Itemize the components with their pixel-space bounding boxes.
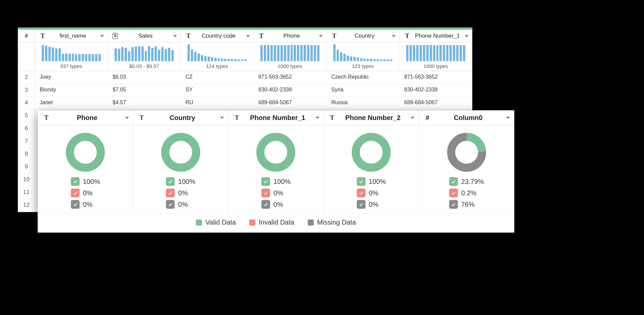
table-row[interactable]: 4Janet$4.57RU689-684-5067Russia689-684-5…	[18, 97, 472, 110]
table-cell[interactable]: 689-684-5067	[254, 97, 327, 109]
quality-legend: Valid Data Invalid Data Missing Data	[38, 213, 514, 232]
chevron-down-icon[interactable]	[173, 35, 177, 37]
chevron-down-icon[interactable]	[220, 117, 224, 119]
column-summary-cell: $0.03 - $9.97	[108, 42, 181, 71]
mini-bar	[145, 51, 147, 61]
mini-bar	[128, 51, 130, 61]
table-cell[interactable]: 971-563-3652	[399, 71, 472, 84]
column-header-label: Country code	[194, 33, 243, 39]
mini-bar	[121, 47, 124, 61]
mini-bar	[307, 45, 309, 61]
dollar-type-icon: S	[113, 33, 118, 39]
mini-bar	[360, 58, 362, 61]
mini-bar	[406, 45, 409, 61]
table-cell[interactable]: $7.05	[108, 84, 181, 96]
row-number: 3	[18, 84, 35, 96]
mini-bar	[300, 45, 303, 61]
table-cell[interactable]: Syria	[327, 84, 399, 96]
mini-bar	[155, 46, 157, 61]
table-row[interactable]: 2Joey$6.03CZ971-563-3652Czech Republic97…	[18, 71, 472, 84]
row-number: 11	[18, 186, 35, 199]
stat-invalid: 0%	[261, 189, 283, 197]
mini-bar	[72, 53, 74, 61]
chevron-down-icon[interactable]	[506, 117, 510, 119]
check-icon	[261, 189, 270, 197]
mini-bar	[65, 53, 68, 61]
table-cell[interactable]: Czech Republic	[327, 71, 399, 84]
stat-valid: 100%	[261, 177, 291, 186]
mini-bar	[350, 56, 352, 61]
table-cell[interactable]: Janet	[35, 97, 108, 109]
stat-missing-value: 0%	[369, 201, 379, 208]
chevron-down-icon[interactable]	[246, 35, 250, 37]
table-cell[interactable]: 689-684-5067	[399, 97, 472, 109]
mini-bar	[433, 45, 435, 61]
mini-bar	[357, 57, 359, 61]
column-header[interactable]: TPhone	[254, 30, 327, 42]
mini-bar	[267, 45, 269, 61]
column-header[interactable]: TCountry code	[181, 30, 254, 42]
column-header[interactable]: SSales	[108, 30, 181, 42]
check-icon	[449, 189, 458, 197]
stat-valid: 23.79%	[449, 177, 484, 186]
quality-chart-cell: 100% 0% 0%	[324, 125, 419, 213]
quality-column-header[interactable]: #Column0	[419, 111, 514, 125]
mini-bar	[430, 45, 432, 61]
mini-bar	[291, 45, 293, 61]
table-cell[interactable]: 830-402-2338	[254, 84, 327, 96]
table-cell[interactable]: Joey	[35, 71, 108, 84]
chevron-down-icon[interactable]	[319, 35, 323, 37]
donut-chart	[351, 132, 391, 172]
table-row[interactable]: 3Blondy$7.05SY830-402-2338Syria830-402-2…	[18, 84, 472, 97]
check-icon	[357, 177, 366, 186]
table-cell[interactable]: $4.57	[108, 97, 181, 109]
mini-bar-chart	[256, 45, 324, 63]
table-cell[interactable]: 971-563-3652	[254, 71, 327, 84]
quality-column-label: Phone Number_2	[338, 114, 408, 122]
text-type-icon: T	[331, 33, 337, 40]
quality-column-header[interactable]: TPhone Number_2	[324, 111, 419, 125]
column-header-label: Sales	[121, 33, 170, 39]
mini-bar	[420, 45, 422, 61]
mini-bar	[211, 57, 213, 61]
table-cell[interactable]: Russia	[327, 97, 399, 109]
mini-bar	[270, 45, 273, 61]
svg-point-0	[70, 137, 101, 168]
chevron-down-icon[interactable]	[392, 35, 396, 37]
mini-bar	[390, 60, 392, 61]
table-cell[interactable]: 830-402-2338	[399, 84, 472, 96]
mini-bar	[284, 45, 286, 61]
table-cell[interactable]: $6.03	[108, 71, 181, 84]
column-header[interactable]: TCountry	[327, 30, 399, 42]
table-cell[interactable]: Blondy	[35, 84, 108, 96]
svg-point-2	[260, 137, 291, 168]
mini-bar	[218, 58, 220, 61]
column-header[interactable]: Tfirst_name	[35, 30, 108, 42]
table-cell[interactable]: SY	[181, 84, 254, 96]
chevron-down-icon[interactable]	[465, 35, 469, 37]
table-cell[interactable]: RU	[181, 97, 254, 109]
mini-bar-chart	[401, 45, 470, 63]
stat-missing: 0%	[166, 200, 188, 209]
table-cell[interactable]: CZ	[181, 71, 254, 84]
quality-column-header[interactable]: TPhone Number_1	[228, 111, 324, 125]
row-number: 10	[18, 173, 35, 186]
legend-invalid: Invalid Data	[249, 219, 294, 226]
mini-bar	[423, 45, 425, 61]
quality-column-header[interactable]: TPhone	[38, 111, 133, 125]
column-header[interactable]: TPhone Number_1	[399, 30, 472, 42]
chevron-down-icon[interactable]	[411, 117, 415, 119]
chevron-down-icon[interactable]	[125, 117, 129, 119]
quality-column-header[interactable]: TCountry	[133, 111, 229, 125]
quality-chart-cell: 100% 0% 0%	[38, 125, 133, 213]
text-type-icon: T	[234, 114, 240, 121]
chevron-down-icon[interactable]	[315, 117, 319, 119]
mini-bar	[88, 54, 91, 61]
stat-missing-value: 76%	[461, 201, 475, 208]
chevron-down-icon[interactable]	[100, 35, 104, 37]
mini-bar	[135, 46, 137, 61]
quality-chart-cell: 100% 0% 0%	[133, 125, 229, 213]
legend-valid-label: Valid Data	[205, 219, 236, 226]
donut-chart	[256, 132, 296, 172]
text-type-icon: T	[185, 33, 191, 40]
